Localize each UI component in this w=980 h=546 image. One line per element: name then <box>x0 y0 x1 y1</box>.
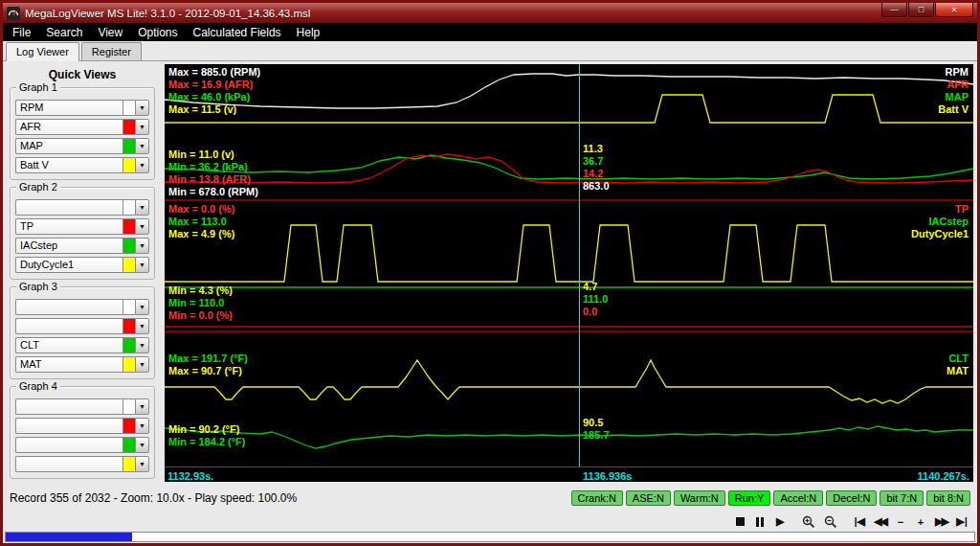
indicator-decel[interactable]: Decel:N <box>826 490 877 506</box>
log-plot-area[interactable]: Max = 885.0 (RPM) Max = 16.9 (AFR) Max =… <box>165 64 973 482</box>
channel-selector-battv[interactable]: Batt V ▼ <box>15 157 149 173</box>
menu-view[interactable]: View <box>90 26 130 39</box>
zoom-out-button[interactable] <box>824 514 837 529</box>
channel-selector-empty[interactable]: ▼ <box>15 418 149 434</box>
play-button[interactable]: ▶ <box>774 514 786 529</box>
channel-selector-empty[interactable]: ▼ <box>15 199 149 216</box>
channel-color-swatch[interactable] <box>122 100 135 116</box>
dropdown-arrow-icon[interactable]: ▼ <box>135 157 149 173</box>
graph-panel-1[interactable]: Max = 885.0 (RPM) Max = 16.9 (AFR) Max =… <box>165 64 973 199</box>
cursor-value: 111.0 <box>583 293 608 306</box>
indicator-accel[interactable]: Accel:N <box>773 490 823 506</box>
min-label: Min = 13.8 (AFR) <box>168 173 258 186</box>
channel-color-swatch[interactable] <box>122 138 135 154</box>
dropdown-arrow-icon[interactable]: ▼ <box>135 299 149 315</box>
zoom-in-icon <box>802 515 815 529</box>
minimize-button[interactable]: — <box>881 3 907 17</box>
channel-selector-empty[interactable]: ▼ <box>15 398 149 415</box>
rpm-trace <box>165 74 973 108</box>
channel-color-swatch[interactable] <box>122 299 135 315</box>
cursor-value: 14.2 <box>583 168 610 180</box>
channel-selector-empty[interactable]: ▼ <box>15 318 149 334</box>
channel-color-swatch[interactable] <box>122 238 135 254</box>
graph4-group: Graph 4 ▼ ▼ ▼ <box>10 386 155 479</box>
channel-color-swatch[interactable] <box>122 337 135 353</box>
skip-start-button[interactable]: |◀ <box>854 514 865 529</box>
indicator-bit7[interactable]: bit 7:N <box>880 490 924 506</box>
rewind-button[interactable]: ◀◀ <box>874 514 886 529</box>
record-status-text: Record 355 of 2032 - Zoom: 10.0x - Play … <box>10 491 297 505</box>
graph3-channel-labels: CLT MAT <box>947 353 969 377</box>
dropdown-arrow-icon[interactable]: ▼ <box>135 456 149 472</box>
channel-name: MAP <box>15 138 122 154</box>
channel-name <box>15 299 122 315</box>
channel-selector-dutycycle1[interactable]: DutyCycle1 ▼ <box>15 257 149 273</box>
stop-button[interactable] <box>734 514 746 529</box>
channel-selector-clt[interactable]: CLT ▼ <box>15 337 149 353</box>
group-label: Graph 2 <box>16 181 60 193</box>
channel-selector-iacstep[interactable]: IACstep ▼ <box>15 238 149 254</box>
channel-selector-mat[interactable]: MAT ▼ <box>15 356 149 373</box>
dropdown-arrow-icon[interactable]: ▼ <box>135 218 149 235</box>
close-button[interactable]: × <box>935 3 973 17</box>
pause-button[interactable] <box>754 514 766 529</box>
channel-selector-empty[interactable]: ▼ <box>15 437 149 453</box>
graph-panel-2[interactable]: Max = 0.0 (%) Max = 113.0 Max = 4.9 (%) … <box>165 201 973 330</box>
skip-end-button[interactable]: ▶| <box>956 514 968 529</box>
channel-color-swatch[interactable] <box>122 356 135 373</box>
step-back-button[interactable]: − <box>895 514 906 529</box>
tab-register[interactable]: Register <box>81 42 142 60</box>
channel-color-swatch[interactable] <box>122 398 135 415</box>
channel-selector-map[interactable]: MAP ▼ <box>15 138 149 154</box>
channel-color-swatch[interactable] <box>122 157 135 173</box>
channel-selector-tp[interactable]: TP ▼ <box>15 218 149 235</box>
dropdown-arrow-icon[interactable]: ▼ <box>135 257 149 273</box>
maximize-button[interactable]: □ <box>908 3 934 17</box>
indicator-run[interactable]: Run:Y <box>728 490 771 506</box>
menu-help[interactable]: Help <box>289 26 328 39</box>
time-cursor-line[interactable] <box>579 64 580 466</box>
menu-file[interactable]: File <box>5 26 38 39</box>
window-title: MegaLogViewer MS Lite! 3.1.0 - 2012-09-0… <box>25 8 310 19</box>
channel-color-swatch[interactable] <box>122 418 135 434</box>
channel-selector-afr[interactable]: AFR ▼ <box>15 119 149 135</box>
indicator-ase[interactable]: ASE:N <box>626 490 671 506</box>
graph-panel-3[interactable]: Max = 191.7 (°F) Max = 90.7 (°F) Min = 9… <box>165 332 973 466</box>
channel-color-swatch[interactable] <box>122 199 135 216</box>
channel-color-swatch[interactable] <box>122 456 135 472</box>
dropdown-arrow-icon[interactable]: ▼ <box>135 356 149 373</box>
dropdown-arrow-icon[interactable]: ▼ <box>135 318 149 334</box>
channel-color-swatch[interactable] <box>122 437 135 453</box>
channel-name <box>15 199 122 216</box>
menu-calculated-fields[interactable]: Calculated Fields <box>186 26 289 39</box>
channel-color-swatch[interactable] <box>122 119 135 135</box>
dropdown-arrow-icon[interactable]: ▼ <box>135 138 149 154</box>
channel-selector-empty[interactable]: ▼ <box>15 299 149 315</box>
pause-icon <box>756 517 764 527</box>
dropdown-arrow-icon[interactable]: ▼ <box>135 337 149 353</box>
dropdown-arrow-icon[interactable]: ▼ <box>135 437 149 453</box>
channel-selector-rpm[interactable]: RPM ▼ <box>15 100 149 116</box>
dropdown-arrow-icon[interactable]: ▼ <box>135 238 149 254</box>
channel-label: MAP <box>938 91 969 103</box>
dropdown-arrow-icon[interactable]: ▼ <box>135 418 149 434</box>
dropdown-arrow-icon[interactable]: ▼ <box>135 398 149 415</box>
playback-progress-bar[interactable] <box>5 532 975 542</box>
channel-color-swatch[interactable] <box>122 257 135 273</box>
fast-forward-button[interactable]: ▶▶ <box>935 514 947 529</box>
channel-color-swatch[interactable] <box>122 218 135 235</box>
dropdown-arrow-icon[interactable]: ▼ <box>135 199 149 216</box>
zoom-in-button[interactable] <box>802 514 815 529</box>
step-forward-button[interactable]: + <box>915 514 926 529</box>
stop-icon <box>736 517 745 526</box>
tab-log-viewer[interactable]: Log Viewer <box>6 42 79 61</box>
menu-search[interactable]: Search <box>38 26 90 39</box>
channel-color-swatch[interactable] <box>122 318 135 334</box>
channel-selector-empty[interactable]: ▼ <box>15 456 149 472</box>
dropdown-arrow-icon[interactable]: ▼ <box>135 119 149 135</box>
indicator-bit8[interactable]: bit 8:N <box>926 490 970 506</box>
indicator-warm[interactable]: Warm:N <box>674 490 725 506</box>
indicator-crank[interactable]: Crank:N <box>571 490 623 506</box>
menu-options[interactable]: Options <box>130 26 185 39</box>
dropdown-arrow-icon[interactable]: ▼ <box>135 100 149 116</box>
